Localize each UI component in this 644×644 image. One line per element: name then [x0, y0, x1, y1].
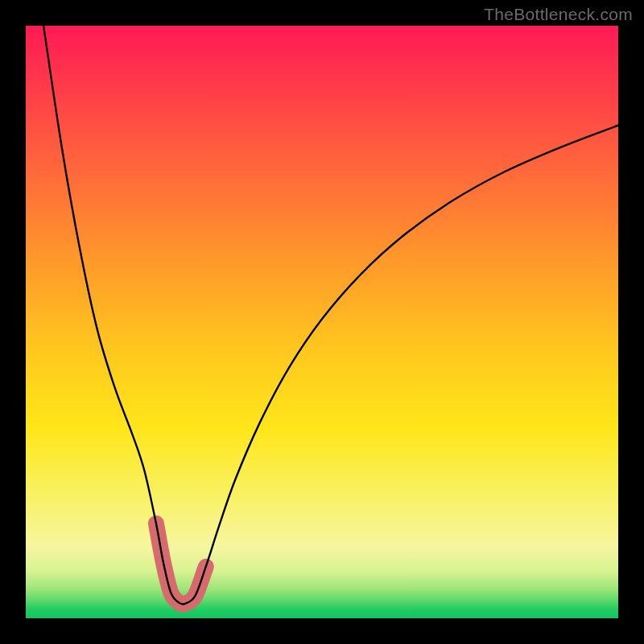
- plot-area: [26, 26, 618, 618]
- curve-line: [43, 26, 618, 605]
- outer-frame: TheBottleneck.com: [0, 0, 644, 644]
- watermark-text: TheBottleneck.com: [484, 5, 633, 24]
- chart-svg: [26, 26, 618, 618]
